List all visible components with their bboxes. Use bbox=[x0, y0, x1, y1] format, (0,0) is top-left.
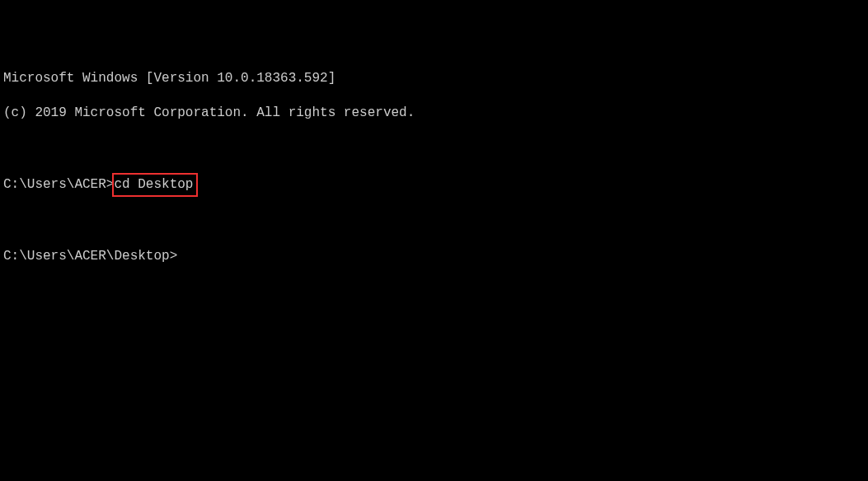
blank-line-2 bbox=[3, 214, 865, 231]
command-text: cd Desktop bbox=[114, 177, 193, 192]
prompt-line-1[interactable]: C:\Users\ACER>cd Desktop bbox=[3, 173, 865, 197]
prompt-line-2[interactable]: C:\Users\ACER\Desktop> bbox=[3, 248, 865, 265]
blank-line-1 bbox=[3, 138, 865, 156]
copyright-line: (c) 2019 Microsoft Corporation. All righ… bbox=[3, 105, 865, 122]
command-highlight: cd Desktop bbox=[112, 173, 198, 197]
version-line: Microsoft Windows [Version 10.0.18363.59… bbox=[3, 70, 865, 87]
prompt-path-1: C:\Users\ACER> bbox=[3, 176, 114, 194]
prompt-path-2: C:\Users\ACER\Desktop> bbox=[3, 248, 177, 265]
